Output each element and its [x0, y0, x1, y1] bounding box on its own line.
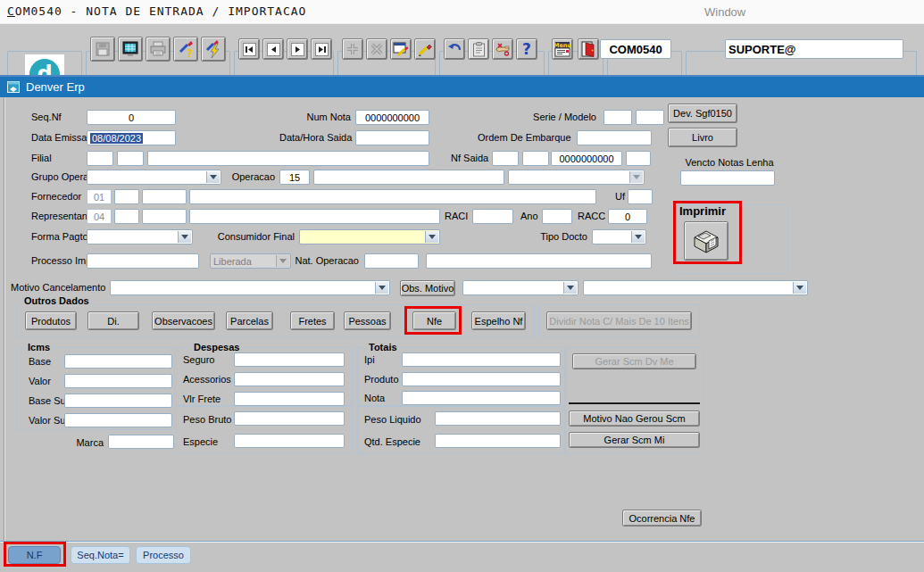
filial-field-2[interactable] — [117, 151, 144, 166]
first-record-button[interactable] — [238, 38, 260, 60]
produtos-button[interactable]: Produtos — [25, 311, 77, 330]
nota-field[interactable] — [402, 391, 561, 405]
grupo-operacao-combo[interactable] — [87, 170, 221, 185]
marca-field[interactable] — [108, 435, 174, 449]
edit-item-button[interactable] — [414, 38, 436, 60]
dropdown-arrow-icon[interactable] — [375, 282, 388, 294]
motivo-cancelamento-combo[interactable] — [110, 280, 390, 295]
di-button[interactable]: Di. — [87, 311, 139, 330]
parcelas-button[interactable]: Parcelas — [226, 311, 273, 330]
filial-descricao-field[interactable] — [147, 151, 429, 166]
exit-button[interactable] — [578, 38, 599, 60]
processo-imp-field[interactable] — [87, 253, 199, 269]
clipboard-button[interactable] — [468, 38, 489, 60]
nat-operacao-field[interactable] — [364, 253, 419, 269]
operacao-descricao-field[interactable] — [313, 170, 504, 185]
operacao-field[interactable]: 15 — [279, 170, 310, 185]
data-hora-saida-field[interactable] — [355, 130, 429, 145]
nf-saida-numero-field[interactable]: 0000000000 — [551, 151, 622, 166]
peso-bruto-field[interactable] — [234, 411, 345, 426]
execute-query-button[interactable] — [201, 37, 226, 62]
nf-saida-field-1[interactable] — [492, 151, 519, 166]
modelo-field[interactable] — [636, 110, 664, 125]
fretes-button[interactable]: Fretes — [290, 311, 335, 330]
tipo-docto-combo[interactable] — [592, 229, 646, 245]
icms-base-subst-field[interactable] — [64, 394, 172, 408]
dropdown-arrow-icon[interactable] — [563, 282, 577, 294]
gerar-scm-mi-button[interactable]: Gerar Scm Mi — [569, 432, 700, 448]
icms-base-field[interactable] — [64, 354, 172, 369]
previous-record-button[interactable] — [262, 38, 284, 60]
display-button[interactable] — [118, 37, 143, 62]
ocorrencia-nfe-button[interactable]: Ocorrencia Nfe — [622, 510, 702, 526]
livro-button[interactable]: Livro — [668, 128, 737, 147]
undo-button[interactable] — [444, 38, 465, 60]
fornecedor-field-2[interactable] — [142, 189, 187, 204]
tab-processo[interactable]: Processo — [136, 546, 191, 564]
icms-valor-subst-field[interactable] — [64, 413, 172, 427]
dropdown-arrow-icon[interactable] — [206, 171, 220, 183]
next-record-button[interactable] — [287, 38, 308, 60]
nf-saida-field-4[interactable] — [626, 151, 651, 166]
menu-button[interactable]: Menu — [552, 38, 573, 60]
help-button[interactable]: ? — [516, 38, 537, 60]
dropdown-arrow-icon[interactable] — [793, 282, 806, 294]
operacao-tipo-combo[interactable] — [508, 170, 645, 185]
dropdown-arrow-icon[interactable] — [629, 171, 643, 183]
menu-window[interactable]: Window — [704, 5, 745, 19]
print-button[interactable] — [146, 37, 171, 62]
nat-operacao-descricao-field[interactable] — [426, 253, 652, 269]
seguro-field[interactable] — [234, 352, 345, 367]
save-button[interactable] — [90, 37, 115, 62]
obs-motivo-button[interactable]: Obs. Motivo — [400, 280, 455, 296]
tab-seq-nota[interactable]: Seq.Nota= — [71, 546, 130, 564]
especie-field[interactable] — [234, 434, 345, 448]
enter-query-button[interactable]: ? — [173, 37, 198, 62]
uf-field[interactable] — [628, 189, 653, 204]
vencto-notas-lenha-field[interactable] — [680, 170, 775, 186]
nf-saida-field-2[interactable] — [522, 151, 549, 166]
delete-record-button[interactable] — [366, 38, 387, 60]
forma-pagto-combo[interactable] — [87, 229, 193, 245]
pessoas-button[interactable]: Pessoas — [344, 311, 391, 330]
dropdown-arrow-icon[interactable] — [425, 231, 438, 243]
vlr-frete-field[interactable] — [234, 392, 345, 406]
produto-field[interactable] — [402, 372, 561, 386]
peso-liquido-field[interactable] — [435, 411, 561, 426]
filial-field-1[interactable] — [87, 151, 113, 166]
serie-field[interactable] — [604, 110, 632, 125]
obs-motivo-combo-2[interactable] — [583, 280, 808, 295]
commit-button[interactable] — [492, 38, 513, 60]
dropdown-arrow-icon[interactable] — [631, 231, 645, 243]
ordem-embarque-field[interactable] — [577, 130, 652, 145]
espelho-nf-button[interactable]: Espelho Nf — [471, 311, 526, 330]
obs-motivo-combo-1[interactable] — [462, 280, 579, 295]
edit-window-button[interactable] — [390, 38, 412, 60]
dropdown-arrow-icon[interactable] — [178, 231, 191, 243]
raci-field[interactable] — [472, 209, 513, 224]
acessorios-field[interactable] — [234, 372, 345, 386]
motivo-nao-gerou-scm-button[interactable]: Motivo Nao Gerou Scm — [569, 410, 700, 427]
insert-record-button[interactable] — [342, 38, 363, 60]
fornecedor-nome-field[interactable] — [189, 189, 596, 204]
ipi-field[interactable] — [402, 352, 561, 367]
representante-field-2[interactable] — [142, 209, 187, 224]
icms-valor-field[interactable] — [64, 374, 172, 388]
fornecedor-field-1[interactable] — [114, 189, 139, 204]
last-record-button[interactable] — [311, 38, 332, 60]
qtd-especie-field[interactable] — [435, 434, 561, 448]
dev-sgf0150-button[interactable]: Dev. Sgf0150 — [668, 104, 737, 123]
seq-nf-field[interactable]: 0 — [87, 110, 176, 125]
representante-tipo-field[interactable]: 04 — [87, 209, 112, 224]
fornecedor-tipo-field[interactable]: 01 — [87, 189, 112, 204]
module-code-field[interactable]: COM0540 — [600, 39, 671, 59]
data-emissao-field[interactable]: 08/08/2023 — [87, 130, 176, 145]
observacoes-button[interactable]: Observacoes — [152, 311, 215, 330]
representante-field-1[interactable] — [114, 209, 139, 224]
num-nota-field[interactable]: 0000000000 — [355, 110, 429, 125]
ano-field[interactable] — [542, 209, 572, 224]
user-code-field[interactable]: SUPORTE@ — [725, 39, 903, 59]
representante-nome-field[interactable] — [189, 209, 440, 224]
consumidor-final-combo[interactable] — [299, 229, 440, 245]
racc-field[interactable]: 0 — [608, 209, 647, 224]
